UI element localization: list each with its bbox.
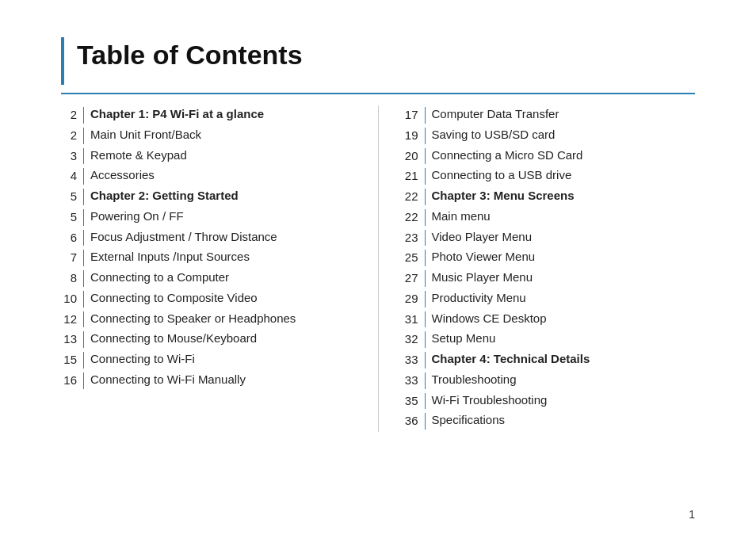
list-item: 29Productivity Menu xyxy=(403,289,696,307)
divider-line xyxy=(83,311,84,328)
page-num: 16 xyxy=(61,371,83,389)
list-item: 12Connecting to Speaker or Headphones xyxy=(61,310,354,328)
left-column: 2Chapter 1: P4 Wi-Fi at a glance2Main Un… xyxy=(61,105,379,432)
divider-line xyxy=(83,128,84,144)
entry-text: External Inputs /Input Sources xyxy=(90,248,250,265)
page-num: 4 xyxy=(61,166,83,185)
list-item: 16Connecting to Wi-Fi Manually xyxy=(61,371,354,389)
list-item: 19Saving to USB/SD card xyxy=(403,126,696,144)
entry-text: Connecting to Composite Video xyxy=(90,289,258,307)
list-item: 6Focus Adjustment / Throw Distance xyxy=(61,228,354,246)
list-item: 5Chapter 2: Getting Started xyxy=(61,187,354,205)
divider-line xyxy=(425,413,426,430)
divider-line xyxy=(425,230,426,246)
page-num: 17 xyxy=(403,105,425,124)
entry-text: Connecting to a USB drive xyxy=(432,166,572,184)
page-num: 33 xyxy=(403,350,425,369)
list-item: 7External Inputs /Input Sources xyxy=(61,248,354,266)
page-num: 33 xyxy=(403,371,425,389)
page-num: 13 xyxy=(61,330,83,348)
entry-text: Connecting to Wi-Fi xyxy=(90,350,195,368)
page-num: 12 xyxy=(61,310,83,328)
list-item: 22Main menu xyxy=(403,208,696,226)
page-num: 21 xyxy=(403,166,425,185)
entry-text: Photo Viewer Menu xyxy=(432,248,536,265)
entry-text: Windows CE Desktop xyxy=(432,310,547,327)
right-column: 17Computer Data Transfer19Saving to USB/… xyxy=(379,105,696,432)
entry-text: Connecting to Mouse/Keyboard xyxy=(90,330,257,347)
list-item: 35Wi-Fi Troubleshooting xyxy=(403,391,696,410)
entry-text: Accessories xyxy=(90,166,155,184)
list-item: 25Photo Viewer Menu xyxy=(403,248,696,266)
list-item: 27Music Player Menu xyxy=(403,269,696,287)
list-item: 32Setup Menu xyxy=(403,330,696,348)
entry-text: Productivity Menu xyxy=(432,289,526,307)
entry-text: Chapter 3: Menu Screens xyxy=(432,187,575,204)
page-title: Table of Contents xyxy=(77,37,303,70)
page-num: 10 xyxy=(61,289,83,307)
entry-text: Remote & Keypad xyxy=(90,147,187,164)
divider-line xyxy=(425,189,426,205)
page-num: 7 xyxy=(61,248,83,266)
entry-text: Music Player Menu xyxy=(432,269,533,286)
entry-text: Chapter 1: P4 Wi-Fi at a glance xyxy=(90,105,264,123)
page-num: 3 xyxy=(61,147,83,165)
page-num: 29 xyxy=(403,289,425,307)
list-item: 10Connecting to Composite Video xyxy=(61,289,354,307)
divider-line xyxy=(83,148,84,165)
page-num: 27 xyxy=(403,269,425,287)
entry-text: Saving to USB/SD card xyxy=(432,126,556,143)
page-num: 2 xyxy=(61,126,83,144)
divider-line xyxy=(425,311,426,328)
entry-text: Connecting to Speaker or Headphones xyxy=(90,310,296,327)
page-num: 35 xyxy=(403,391,425,410)
divider-line xyxy=(83,250,84,266)
entry-text: Connecting to Wi-Fi Manually xyxy=(90,371,246,388)
entry-text: Troubleshooting xyxy=(432,371,517,388)
page-num: 22 xyxy=(403,208,425,226)
entry-text: Connecting a Micro SD Card xyxy=(432,147,583,164)
divider-line xyxy=(83,209,84,226)
entry-text: Specifications xyxy=(432,411,506,429)
entry-text: Video Player Menu xyxy=(432,228,532,246)
list-item: 36Specifications xyxy=(403,411,696,430)
divider-line xyxy=(425,331,426,348)
entry-text: Main Unit Front/Back xyxy=(90,126,201,143)
divider-line xyxy=(425,209,426,226)
title-bar-decoration xyxy=(61,37,64,85)
list-item: 17Computer Data Transfer xyxy=(403,105,696,124)
list-item: 31Windows CE Desktop xyxy=(403,310,696,328)
list-item: 5Powering On / FF xyxy=(61,208,354,226)
divider-line xyxy=(425,168,426,185)
list-item: 22Chapter 3: Menu Screens xyxy=(403,187,696,205)
page-num: 31 xyxy=(403,310,425,328)
divider-line xyxy=(83,291,84,307)
divider-line xyxy=(83,352,84,369)
page-num: 25 xyxy=(403,248,425,266)
list-item: 33Troubleshooting xyxy=(403,371,696,389)
page-num: 5 xyxy=(61,187,83,205)
divider-line xyxy=(425,128,426,144)
divider-line xyxy=(425,352,426,369)
divider-line xyxy=(83,230,84,246)
page-num: 22 xyxy=(403,187,425,205)
list-item: 20Connecting a Micro SD Card xyxy=(403,147,696,165)
page-num: 2 xyxy=(61,105,83,124)
divider-line xyxy=(83,372,84,389)
list-item: 4Accessories xyxy=(61,166,354,185)
divider-line xyxy=(83,107,84,124)
content-columns: 2Chapter 1: P4 Wi-Fi at a glance2Main Un… xyxy=(61,105,695,432)
divider-line xyxy=(83,168,84,185)
list-item: 23Video Player Menu xyxy=(403,228,696,246)
page-num: 15 xyxy=(61,350,83,369)
title-section: Table of Contents xyxy=(61,37,695,94)
list-item: 8Connecting to a Computer xyxy=(61,269,354,287)
divider-line xyxy=(425,393,426,410)
divider-line xyxy=(83,270,84,287)
page-num: 20 xyxy=(403,147,425,165)
page-number: 1 xyxy=(689,508,695,521)
divider-line xyxy=(425,250,426,266)
divider-line xyxy=(83,331,84,348)
page-num: 36 xyxy=(403,411,425,430)
divider-line xyxy=(425,291,426,307)
